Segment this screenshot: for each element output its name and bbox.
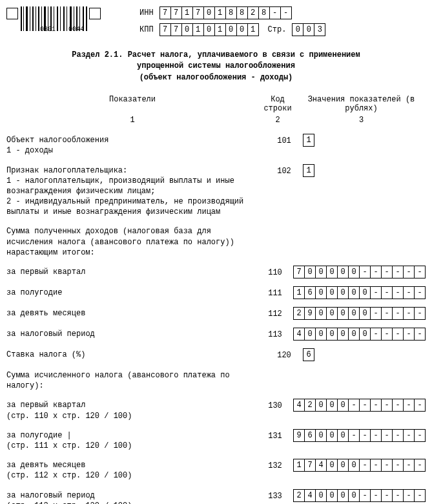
cell: 7: [159, 6, 171, 19]
cell: 0: [203, 23, 215, 36]
row-120-value: 6: [303, 348, 314, 361]
cell: -: [403, 328, 415, 341]
cell: -: [359, 459, 371, 472]
cell: 0: [315, 307, 327, 320]
cell: 7: [159, 23, 171, 36]
cell: 1: [214, 23, 226, 36]
cell: 2: [293, 307, 305, 320]
row-101-value: 1: [303, 134, 314, 147]
cell: -: [392, 307, 404, 320]
row-111-value: 1600000-----: [294, 286, 426, 299]
cell: -: [381, 489, 393, 502]
section-title: Раздел 2.1. Расчет налога, уплачиваемого…: [6, 50, 426, 83]
cell: -: [370, 328, 382, 341]
cell: 0: [348, 307, 360, 320]
cell: 7: [293, 266, 305, 278]
row-133: за налоговый период (стр. 113 x стр. 120…: [6, 490, 426, 504]
row-101-desc: Объект налогообложения 1 - доходы: [6, 135, 265, 156]
note-income: Сумма полученных доходов (налоговая база…: [6, 226, 258, 258]
cell: 0: [337, 399, 349, 412]
subheader-3: 3: [297, 116, 426, 125]
cell: 0: [236, 23, 248, 36]
svg-rect-1: [23, 6, 24, 31]
row-102-code: 102: [265, 165, 303, 176]
cell: -: [370, 286, 382, 299]
cell: 2: [293, 489, 305, 502]
cell: 1: [214, 6, 226, 19]
cell: -: [414, 489, 426, 502]
cell: -: [381, 429, 393, 442]
row-120-code: 120: [265, 350, 303, 360]
row-112: за девять месяцев 112 2900000-----: [6, 308, 426, 320]
cell: 0: [337, 286, 349, 299]
cell: -: [414, 429, 426, 442]
subheader-2: 2: [258, 116, 297, 125]
cell: -: [370, 307, 382, 320]
cell: 9: [293, 429, 305, 442]
cell: -: [414, 328, 426, 341]
title-line-1: Раздел 2.1. Расчет налога, уплачиваемого…: [6, 50, 426, 61]
cell: -: [392, 328, 404, 341]
cell: 0: [326, 328, 338, 341]
cell: 0: [337, 328, 349, 341]
row-111: за полугодие 111 1600000-----: [6, 288, 426, 299]
cell: 9: [304, 307, 316, 320]
cell: -: [414, 266, 426, 278]
cell: 4: [315, 459, 327, 472]
barcode-number-right: 0044: [68, 26, 84, 33]
inn-label: ИНН: [139, 8, 154, 17]
cell: -: [370, 399, 382, 412]
cell: 1: [303, 134, 314, 147]
cell: 3: [314, 23, 325, 36]
cell: -: [359, 489, 371, 502]
cell: 0: [203, 6, 215, 19]
cell: -: [381, 328, 393, 341]
cell: 8: [236, 6, 248, 19]
row-111-desc: за полугодие: [6, 288, 256, 298]
cell: -: [370, 266, 382, 278]
row-132-code: 132: [256, 460, 294, 470]
cell: -: [414, 286, 426, 299]
cell: 8: [258, 6, 270, 19]
cell: -: [348, 399, 360, 412]
row-132: за девять месяцев (стр. 112 x стр. 120 /…: [6, 460, 426, 481]
cell: -: [403, 266, 415, 278]
cell: 0: [315, 429, 327, 442]
cell: 6: [303, 348, 314, 361]
row-113-desc: за налоговый период: [6, 329, 256, 339]
row-112-desc: за девять месяцев: [6, 308, 256, 319]
row-102: Признак налогоплательщика: 1 - налогопла…: [6, 165, 426, 218]
row-110: за первый квартал 110 700000------: [6, 267, 426, 278]
cell: 0: [348, 328, 360, 341]
cell: 8: [225, 6, 237, 19]
cell: 0: [315, 266, 327, 278]
row-131-desc: за полугодие | (стр. 111 x стр. 120 / 10…: [6, 430, 256, 451]
cell: 0: [348, 266, 360, 278]
row-131-code: 131: [256, 430, 294, 441]
cell: -: [392, 429, 404, 442]
cell: 0: [292, 23, 303, 36]
cell: 4: [293, 328, 305, 341]
cell: 0: [326, 459, 338, 472]
title-line-2: упрощенной системы налогообложения: [6, 61, 426, 72]
row-133-value: 240000------: [294, 489, 426, 502]
svg-rect-4: [32, 6, 34, 31]
row-101-code: 101: [265, 135, 303, 145]
cell: 0: [225, 23, 237, 36]
cell: -: [403, 489, 415, 502]
cell: 0: [326, 286, 338, 299]
svg-rect-6: [38, 6, 39, 31]
row-132-value: 174000------: [294, 459, 426, 472]
cell: 0: [326, 429, 338, 442]
row-120: Ставка налога (%) 120 6: [6, 350, 426, 361]
cell: -: [403, 429, 415, 442]
cell: 0: [326, 489, 338, 502]
cell: 0: [326, 307, 338, 320]
cell: 1: [247, 23, 259, 36]
cell: 0: [337, 459, 349, 472]
row-130: за первый квартал (стр. 110 x стр. 120 /…: [6, 400, 426, 421]
cell: 0: [326, 399, 338, 412]
cell: -: [359, 399, 371, 412]
cell: 0: [303, 23, 314, 36]
cell: 1: [303, 164, 314, 177]
